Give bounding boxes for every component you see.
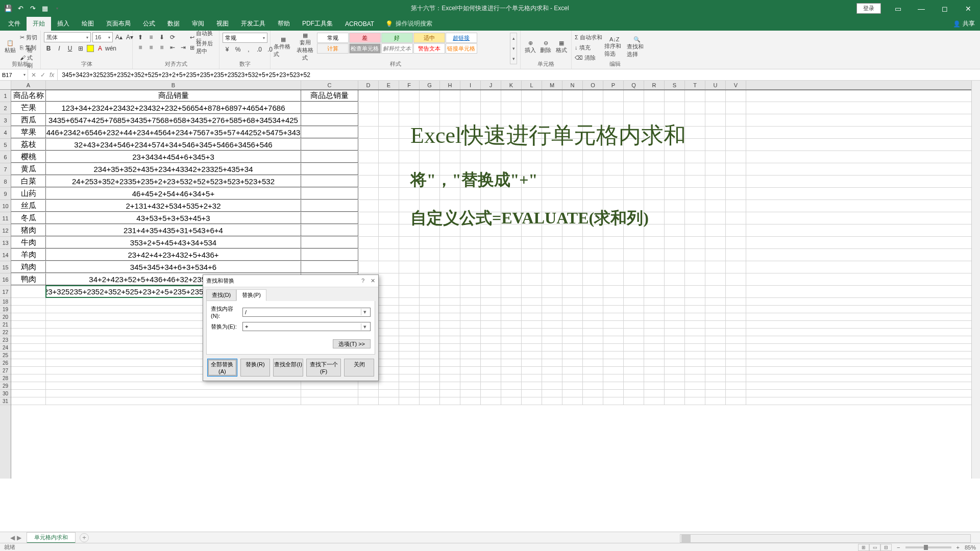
cell[interactable] [644, 237, 665, 248]
cell[interactable] [460, 397, 481, 405]
cell[interactable] [11, 374, 46, 382]
indent-decrease-icon[interactable]: ⇤ [168, 43, 177, 52]
cell[interactable] [379, 224, 399, 236]
cell[interactable] [685, 397, 705, 405]
view-buttons[interactable]: ⊞ ▭ ⊟ [858, 544, 892, 551]
cell[interactable] [358, 102, 379, 114]
cell[interactable] [522, 344, 542, 351]
cell[interactable] [685, 344, 705, 351]
cell[interactable] [726, 212, 746, 224]
cell[interactable] [705, 397, 726, 405]
cell[interactable] [685, 163, 705, 175]
cell[interactable] [420, 151, 440, 163]
orientation-icon[interactable]: ⟳ [168, 33, 177, 42]
share-button[interactable]: 👤 共享 [953, 19, 975, 28]
cell[interactable] [379, 321, 399, 328]
cell[interactable] [522, 321, 542, 328]
cell[interactable] [562, 367, 583, 374]
cell[interactable] [420, 367, 440, 374]
cell[interactable]: 猪肉 [11, 224, 46, 236]
tab-home[interactable]: 开始 [27, 17, 51, 31]
cell[interactable]: 黄瓜 [11, 163, 46, 175]
align-center-icon[interactable]: ≡ [146, 43, 156, 52]
cell[interactable] [542, 90, 562, 102]
cell[interactable] [440, 286, 460, 297]
cell[interactable] [46, 397, 301, 405]
sheet-tab[interactable]: 单元格内求和 [27, 532, 76, 543]
cell[interactable] [562, 374, 583, 382]
cell[interactable] [481, 306, 501, 313]
cell[interactable] [440, 102, 460, 114]
cell[interactable] [420, 273, 440, 285]
cell[interactable] [644, 329, 665, 336]
sheet-nav[interactable]: ◀▶ [10, 534, 21, 541]
cell[interactable] [481, 313, 501, 320]
cell[interactable] [420, 329, 440, 336]
cell[interactable] [46, 382, 301, 389]
cell[interactable] [583, 237, 603, 248]
tell-me-search[interactable]: 💡 操作说明搜索 [385, 17, 432, 31]
cell[interactable] [460, 90, 481, 102]
row-header[interactable]: 11 [0, 212, 11, 224]
cell[interactable] [301, 163, 358, 175]
cell[interactable] [501, 359, 522, 366]
tab-developer[interactable]: 开发工具 [235, 17, 272, 31]
cell[interactable] [11, 321, 46, 328]
cell[interactable] [542, 382, 562, 389]
cell[interactable] [379, 359, 399, 366]
cell[interactable] [685, 176, 705, 187]
cell[interactable] [665, 367, 685, 374]
cell[interactable] [644, 352, 665, 359]
cell[interactable] [501, 249, 522, 261]
cell[interactable] [685, 102, 705, 114]
cell[interactable] [726, 359, 746, 366]
cell[interactable] [379, 90, 399, 102]
cell[interactable] [501, 344, 522, 351]
cell[interactable]: 樱桃 [11, 151, 46, 163]
cell[interactable] [685, 90, 705, 102]
cell[interactable] [562, 397, 583, 405]
cell[interactable] [583, 298, 603, 305]
cell[interactable] [644, 306, 665, 313]
cell[interactable] [665, 352, 685, 359]
cell[interactable] [685, 306, 705, 313]
currency-icon[interactable]: ¥ [223, 45, 232, 54]
cell[interactable] [501, 336, 522, 343]
cell[interactable] [440, 313, 460, 320]
cell[interactable] [726, 286, 746, 297]
cell[interactable] [624, 374, 644, 382]
insert-cells-button[interactable]: ⊕插入 [524, 33, 537, 61]
col-header-N[interactable]: N [562, 81, 583, 89]
cell[interactable] [726, 273, 746, 285]
cell[interactable] [420, 382, 440, 389]
cell[interactable] [481, 382, 501, 389]
cell[interactable] [603, 336, 624, 343]
cell[interactable] [460, 374, 481, 382]
cell[interactable] [379, 273, 399, 285]
cell[interactable] [522, 359, 542, 366]
cell[interactable] [705, 261, 726, 273]
row-header[interactable]: 20 [0, 313, 11, 321]
cell[interactable] [542, 352, 562, 359]
cell[interactable] [542, 286, 562, 297]
cell[interactable] [301, 127, 358, 138]
cell[interactable] [522, 374, 542, 382]
cell[interactable] [726, 114, 746, 126]
cell[interactable] [624, 359, 644, 366]
cell[interactable] [685, 224, 705, 236]
cell[interactable] [399, 261, 420, 273]
cell[interactable] [542, 176, 562, 187]
col-header-A[interactable]: A [11, 81, 46, 89]
cell[interactable] [562, 237, 583, 248]
cell[interactable] [481, 336, 501, 343]
cell[interactable] [399, 90, 420, 102]
tab-insert[interactable]: 插入 [51, 17, 76, 31]
font-name-select[interactable]: 黑体▾ [44, 32, 91, 42]
col-header-Q[interactable]: Q [624, 81, 644, 89]
cell[interactable] [665, 163, 685, 175]
cell[interactable] [705, 176, 726, 187]
row-header[interactable]: 17 [0, 286, 11, 298]
cell[interactable] [301, 249, 358, 261]
cell[interactable] [665, 212, 685, 224]
qat-custom-icon[interactable]: ▦ [41, 5, 49, 13]
